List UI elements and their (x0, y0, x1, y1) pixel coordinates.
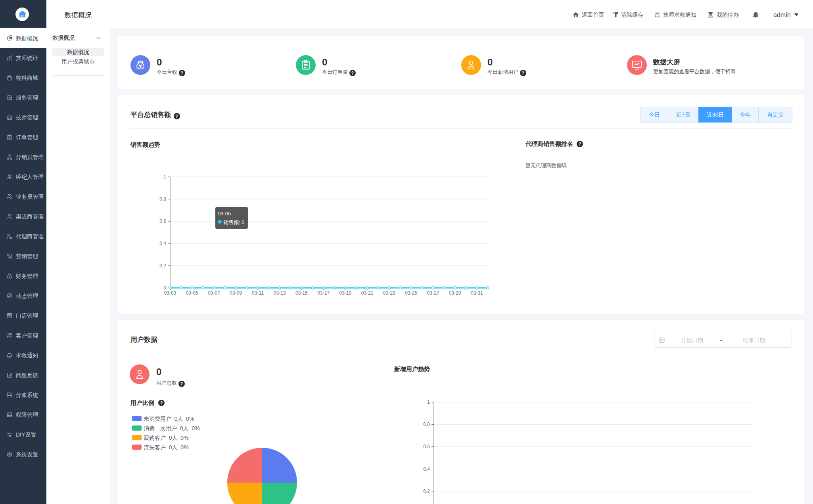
svg-text:03-03: 03-03 (164, 290, 176, 296)
svg-text:0.8: 0.8 (423, 422, 430, 427)
svg-text:0.4: 0.4 (423, 466, 430, 472)
svg-text:03-17: 03-17 (317, 290, 330, 296)
svg-text:0.4: 0.4 (159, 241, 166, 246)
svg-text:0: 0 (163, 285, 166, 291)
svg-text:03-31: 03-31 (471, 290, 483, 296)
svg-text:0.8: 0.8 (159, 196, 166, 202)
svg-text:1: 1 (427, 399, 430, 405)
svg-text:03-27: 03-27 (427, 290, 439, 296)
svg-text:03-29: 03-29 (449, 290, 461, 296)
svg-text:0.2: 0.2 (159, 263, 166, 268)
svg-text:03-13: 03-13 (274, 290, 286, 296)
svg-text:03-19: 03-19 (339, 290, 352, 296)
svg-text:03-07: 03-07 (208, 290, 220, 296)
svg-text:1: 1 (163, 174, 166, 180)
svg-text:03-25: 03-25 (405, 290, 417, 296)
svg-text:03-21: 03-21 (361, 290, 374, 296)
svg-text:03-23: 03-23 (383, 290, 395, 296)
svg-text:0.6: 0.6 (423, 444, 430, 449)
svg-text:03-11: 03-11 (252, 290, 264, 296)
svg-text:0.6: 0.6 (159, 218, 166, 224)
svg-text:03-05: 03-05 (186, 290, 198, 296)
svg-text:03-15: 03-15 (295, 290, 308, 296)
svg-text:0.2: 0.2 (423, 489, 430, 494)
svg-text:03-09: 03-09 (230, 290, 242, 296)
